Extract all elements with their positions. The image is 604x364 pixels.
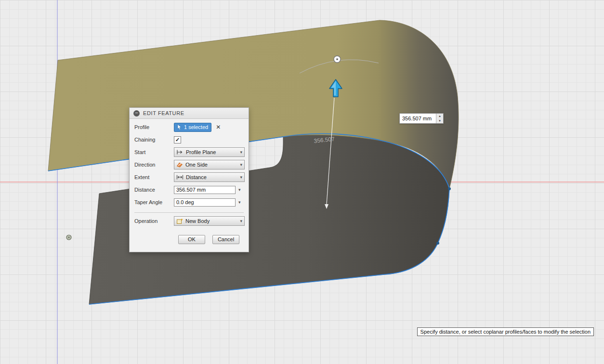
extent-dropdown[interactable]: Distance ▾: [174, 172, 245, 182]
start-row: Start Profile Plane ▾: [134, 146, 244, 158]
extent-row: Extent Distance ▾: [134, 171, 244, 183]
taper-options-icon[interactable]: ▾: [238, 200, 241, 205]
rotate-handle[interactable]: [334, 56, 341, 63]
distance-row: Distance ▾: [134, 183, 244, 196]
direction-label: Direction: [134, 162, 174, 168]
edge-vertex-dot[interactable]: [448, 187, 451, 190]
distance-spinner[interactable]: ▴ ▾: [436, 114, 443, 123]
chevron-down-icon: ▾: [240, 162, 242, 167]
start-dropdown[interactable]: Profile Plane ▾: [174, 147, 245, 157]
start-label: Start: [134, 149, 174, 155]
operation-label: Operation: [134, 218, 174, 224]
operation-value: New Body: [185, 218, 237, 224]
taper-angle-row: Taper Angle ▾: [134, 196, 244, 208]
chevron-down-icon: ▾: [240, 219, 242, 223]
edit-feature-dialog: − EDIT FEATURE Profile 1 selected ✕: [129, 107, 249, 252]
modeling-viewport[interactable]: 356.507 ▴ ▾ − EDIT FEATURE Profile: [0, 0, 604, 364]
profile-selected-button[interactable]: 1 selected: [174, 123, 211, 132]
spinner-up-icon[interactable]: ▴: [436, 114, 443, 118]
distance-input[interactable]: [174, 186, 236, 194]
scene-canvas: 356.507: [0, 0, 604, 364]
distance-options-icon[interactable]: ▾: [238, 187, 241, 192]
direction-dropdown[interactable]: One Side ▾: [174, 160, 245, 169]
profile-selected-count: 1 selected: [184, 124, 208, 130]
direction-row: Direction One Side ▾: [134, 158, 244, 171]
distance-value-box[interactable]: ▴ ▾: [399, 113, 444, 124]
chaining-label: Chaining: [134, 137, 174, 143]
operation-row: Operation New Body ▾: [134, 215, 244, 227]
direction-value: One Side: [185, 162, 237, 168]
distance-label: Distance: [134, 187, 174, 193]
taper-angle-input[interactable]: [174, 198, 236, 207]
origin-point[interactable]: [66, 235, 71, 240]
status-prompt: Specify distance, or select coplanar pro…: [417, 327, 594, 336]
spinner-down-icon[interactable]: ▾: [436, 118, 443, 123]
dialog-title: EDIT FEATURE: [143, 110, 184, 116]
collapse-icon[interactable]: −: [133, 110, 140, 117]
ok-button[interactable]: OK: [178, 235, 205, 244]
chaining-checkbox[interactable]: ✓: [174, 136, 181, 143]
one-side-icon: [176, 162, 183, 168]
dialog-divider: [134, 212, 244, 213]
cancel-button[interactable]: Cancel: [212, 235, 239, 244]
taper-angle-label: Taper Angle: [134, 199, 174, 205]
edge-vertex-dot[interactable]: [436, 242, 439, 245]
clear-selection-icon[interactable]: ✕: [216, 124, 221, 130]
chevron-down-icon: ▾: [240, 175, 242, 180]
profile-row: Profile 1 selected ✕: [134, 121, 244, 133]
chevron-down-icon: ▾: [240, 150, 242, 155]
extent-value: Distance: [186, 174, 237, 180]
operation-dropdown[interactable]: New Body ▾: [174, 216, 245, 226]
chaining-row: Chaining ✓: [134, 133, 244, 146]
distance-value-input[interactable]: [400, 114, 436, 123]
distance-extent-icon: [176, 174, 184, 180]
cursor-icon: [177, 124, 182, 130]
extent-label: Extent: [134, 174, 174, 180]
checkmark-icon: ✓: [175, 137, 180, 143]
new-body-icon: [176, 218, 183, 224]
dialog-titlebar[interactable]: − EDIT FEATURE: [130, 108, 249, 119]
profile-plane-icon: [176, 149, 184, 155]
profile-label: Profile: [134, 124, 174, 130]
start-value: Profile Plane: [186, 149, 237, 155]
